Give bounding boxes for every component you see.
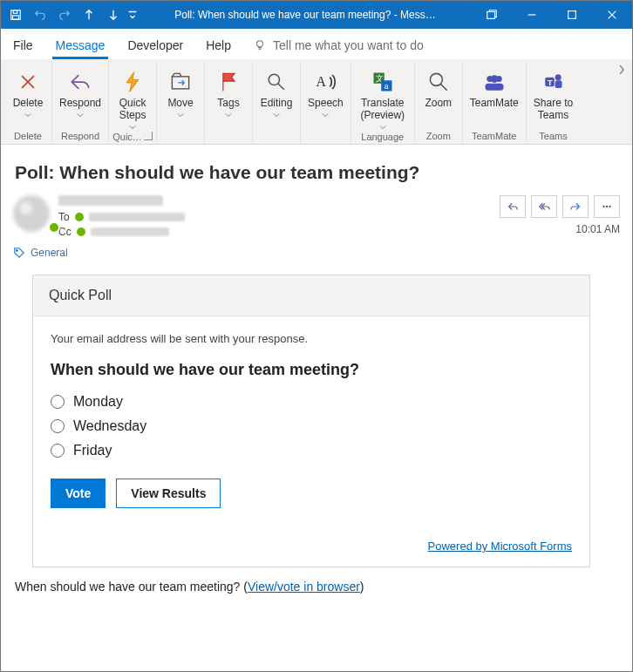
presence-available-icon	[77, 227, 85, 236]
more-actions-button[interactable]	[594, 195, 620, 218]
poll-option-label: Friday	[73, 443, 112, 458]
group-quicksteps: Quick Steps Quic…	[109, 61, 157, 144]
svg-text:A: A	[316, 74, 327, 89]
poll-option[interactable]: Wednesday	[51, 414, 572, 438]
group-tags: Tags	[205, 61, 253, 144]
delete-icon	[16, 68, 40, 96]
respond-button[interactable]: Respond	[54, 64, 106, 119]
tab-developer[interactable]: Developer	[126, 33, 185, 58]
previous-item-icon[interactable]	[78, 1, 100, 29]
next-item-icon[interactable]	[102, 1, 125, 29]
delete-button[interactable]: Delete	[6, 64, 50, 119]
tab-message[interactable]: Message	[54, 33, 107, 58]
poll-option[interactable]: Friday	[51, 438, 572, 463]
dialog-launcher-icon[interactable]	[144, 132, 153, 140]
avatar[interactable]	[13, 195, 58, 232]
category-label: General	[31, 247, 68, 259]
editing-button[interactable]: Editing	[255, 64, 298, 119]
reply-button[interactable]	[500, 195, 526, 218]
sender-name[interactable]	[58, 195, 163, 206]
tab-help[interactable]: Help	[204, 33, 233, 58]
tell-me-placeholder: Tell me what you want to do	[273, 38, 424, 52]
radio-icon	[51, 444, 65, 458]
qat-customize-icon[interactable]	[126, 1, 139, 29]
forward-button[interactable]	[562, 195, 589, 218]
move-button[interactable]: Move	[159, 64, 202, 119]
save-icon[interactable]	[4, 1, 27, 29]
flag-icon	[216, 68, 241, 96]
view-in-browser-link[interactable]: View/vote in browser	[248, 580, 360, 594]
poll-actions: Vote View Results	[51, 479, 572, 508]
svg-point-13	[430, 73, 442, 85]
group-language: 文a Translate (Preview) Language	[351, 61, 415, 144]
svg-point-23	[606, 206, 608, 207]
pop-out-icon[interactable]	[472, 1, 512, 29]
share-to-teams-button[interactable]: T Share to Teams	[528, 64, 578, 122]
chevron-down-icon	[24, 112, 31, 119]
view-results-button[interactable]: View Results	[116, 479, 221, 508]
cc-recipient[interactable]	[91, 227, 169, 236]
message-subject: Poll: When should we have our team meeti…	[15, 162, 620, 183]
lightbulb-icon	[254, 39, 266, 51]
teams-icon: T	[541, 68, 565, 96]
tab-file[interactable]: File	[11, 33, 35, 58]
folder-move-icon	[168, 68, 193, 96]
window-titlebar: Poll: When should we have our team meeti…	[1, 1, 632, 29]
radio-icon	[51, 395, 65, 409]
vote-button[interactable]: Vote	[51, 479, 106, 508]
message-timestamp: 10:01 AM	[575, 223, 620, 235]
svg-point-22	[602, 206, 604, 207]
poll-option-label: Wednesday	[73, 418, 146, 434]
group-move: Move	[157, 61, 205, 144]
close-icon[interactable]	[592, 1, 632, 29]
chevron-down-icon	[77, 112, 84, 119]
translate-button[interactable]: 文a Translate (Preview)	[353, 64, 412, 131]
maximize-icon[interactable]	[552, 1, 592, 29]
infobar-text: When should we have our team meeting? (	[15, 580, 248, 594]
svg-rect-1	[13, 10, 17, 14]
tags-button[interactable]: Tags	[207, 64, 250, 119]
redo-icon[interactable]	[53, 1, 76, 29]
teammate-button[interactable]: TeamMate	[465, 64, 524, 110]
message-actions	[500, 195, 620, 218]
to-recipient[interactable]	[89, 213, 185, 221]
poll-header: Quick Poll	[33, 275, 589, 316]
poll-disclaimer: Your email address will be sent with you…	[51, 332, 572, 345]
minimize-icon[interactable]	[512, 1, 552, 29]
group-delete: Delete Delete	[4, 61, 52, 144]
svg-text:T: T	[548, 78, 553, 87]
svg-point-5	[257, 41, 263, 47]
from-block: To Cc	[58, 195, 500, 238]
category-icon	[13, 247, 25, 259]
cc-line: Cc	[58, 226, 500, 238]
chevron-down-icon	[177, 112, 184, 119]
ribbon-scroll-right-icon[interactable]	[616, 64, 627, 141]
ribbon: Delete Delete Respond Respond Quick Step…	[1, 59, 632, 145]
cc-label: Cc	[58, 226, 71, 238]
chevron-down-icon	[273, 112, 280, 119]
forms-credit-link[interactable]: Powered by Microsoft Forms	[428, 540, 572, 553]
quick-access-toolbar	[4, 1, 139, 29]
find-icon	[264, 68, 289, 96]
read-aloud-icon: A	[313, 68, 337, 96]
svg-point-7	[269, 74, 279, 85]
svg-rect-3	[487, 12, 495, 19]
message-header: To Cc 10:01 AM	[13, 195, 620, 238]
radio-icon	[51, 419, 65, 433]
message-reading-pane: Poll: When should we have our team meeti…	[1, 145, 632, 671]
svg-point-16	[490, 75, 498, 83]
poll-option[interactable]: Monday	[51, 390, 572, 414]
translate-icon: 文a	[371, 68, 395, 96]
tell-me-search[interactable]: Tell me what you want to do	[252, 33, 622, 58]
ribbon-tabs: File Message Developer Help Tell me what…	[1, 29, 632, 59]
zoom-button[interactable]: Zoom	[417, 64, 460, 110]
category-tag[interactable]: General	[13, 247, 620, 259]
svg-rect-4	[568, 11, 576, 19]
speech-button[interactable]: A Speech	[303, 64, 349, 119]
svg-point-25	[17, 250, 18, 252]
window-title: Poll: When should we have our team meeti…	[139, 9, 472, 21]
teammate-icon	[482, 68, 507, 96]
quick-steps-button[interactable]: Quick Steps	[111, 64, 154, 131]
reply-all-button[interactable]	[531, 195, 557, 218]
undo-icon[interactable]	[29, 1, 51, 29]
